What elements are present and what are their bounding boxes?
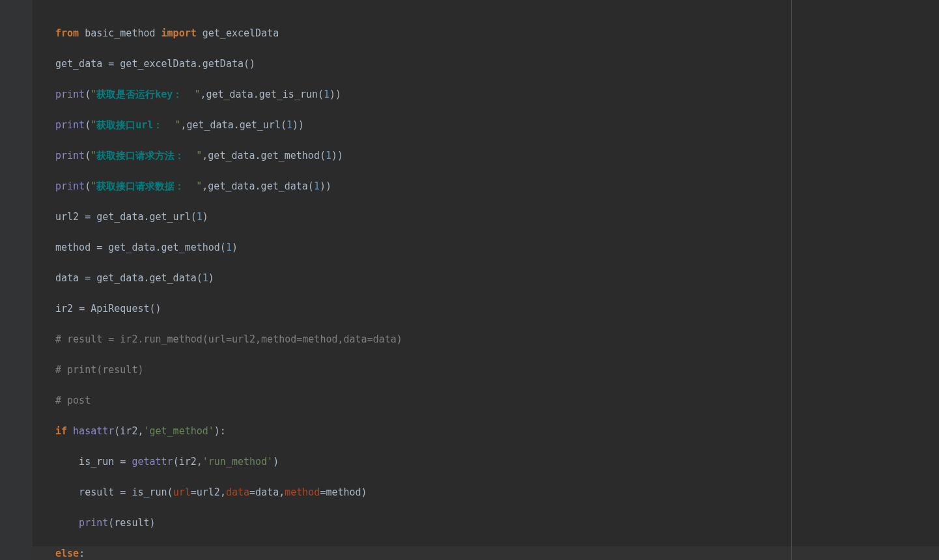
code-line[interactable]: print("获取是否运行key： ",get_data.get_is_run(… bbox=[55, 87, 939, 103]
code-line[interactable]: # result = ir2.run_method(url=url2,metho… bbox=[55, 332, 939, 348]
code-line[interactable]: if hasattr(ir2,'get_method'): bbox=[55, 424, 939, 440]
code-line[interactable]: print("获取接口请求方法： ",get_data.get_method(1… bbox=[55, 148, 939, 164]
code-line[interactable]: method = get_data.get_method(1) bbox=[55, 240, 939, 256]
code-line[interactable]: url2 = get_data.get_url(1) bbox=[55, 210, 939, 225]
code-line[interactable]: from basic_method import get_excelData bbox=[55, 26, 939, 42]
code-line[interactable]: print("获取接口url： ",get_data.get_url(1)) bbox=[55, 118, 939, 133]
code-line[interactable]: result = is_run(url=url2,data=data,metho… bbox=[55, 485, 939, 501]
code-line[interactable]: # post bbox=[55, 393, 939, 409]
keyword-import: import bbox=[161, 27, 203, 39]
code-line[interactable]: ir2 = ApiRequest() bbox=[55, 301, 939, 317]
code-line[interactable]: is_run = getattr(ir2,'run_method') bbox=[55, 455, 939, 470]
keyword-from: from bbox=[55, 27, 85, 39]
right-margin-line bbox=[791, 0, 792, 560]
code-line[interactable]: print("获取接口请求数据： ",get_data.get_data(1)) bbox=[55, 179, 939, 195]
code-editor[interactable]: from basic_method import get_excelData g… bbox=[0, 0, 939, 560]
code-line[interactable]: data = get_data.get_data(1) bbox=[55, 271, 939, 287]
code-line[interactable]: get_data = get_excelData.getData() bbox=[55, 57, 939, 72]
code-line-current[interactable]: else: bbox=[33, 546, 939, 561]
code-content[interactable]: from basic_method import get_excelData g… bbox=[33, 0, 939, 560]
editor-gutter bbox=[0, 0, 33, 560]
code-line[interactable]: print(result) bbox=[55, 516, 939, 531]
code-line[interactable]: # print(result) bbox=[55, 363, 939, 378]
